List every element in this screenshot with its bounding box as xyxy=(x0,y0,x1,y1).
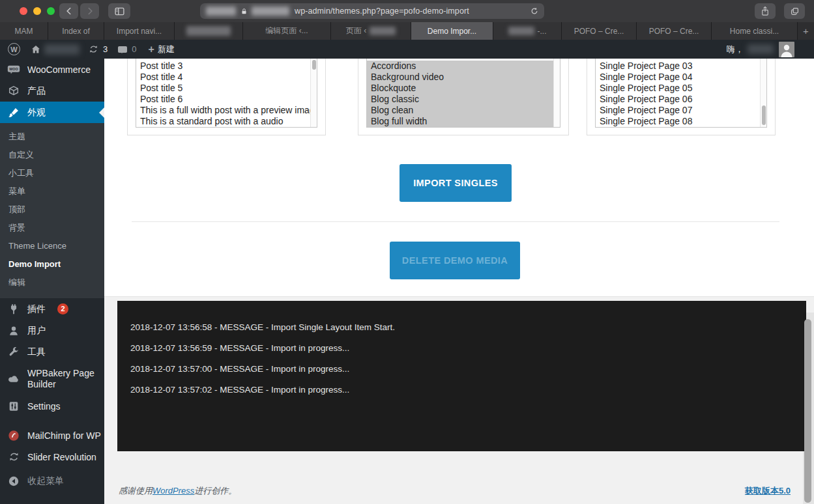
url-text: wp-admin/themes.php?page=pofo-demo-impor… xyxy=(295,7,469,16)
scrollbar-thumb[interactable] xyxy=(762,105,766,125)
sidebar-item-collapse-menu[interactable]: 收起菜单 xyxy=(0,470,104,492)
censored-text xyxy=(252,7,289,16)
tab-edit-page[interactable]: 编辑页面 ‹... xyxy=(243,22,331,40)
sidebar-subitem-editor[interactable]: 编辑 xyxy=(0,273,104,292)
tab-home-classic[interactable]: Home classi... xyxy=(712,22,798,40)
censored-text xyxy=(206,7,236,16)
censored-username xyxy=(748,44,774,54)
wordpress-link[interactable]: WordPress xyxy=(153,486,194,496)
list-option[interactable]: This is a full width post with a preview… xyxy=(136,105,310,116)
posts-listbox[interactable]: Post title 3Post title 4Post title 5Post… xyxy=(136,59,317,128)
tab-overview-button[interactable] xyxy=(784,3,805,19)
wordpress-logo-icon[interactable]: W xyxy=(8,43,20,55)
sidebar-item-products[interactable]: 产品 xyxy=(0,80,104,102)
forward-button[interactable] xyxy=(80,3,99,19)
list-option[interactable]: Single Project Page 03 xyxy=(596,61,760,72)
list-option[interactable]: Blockquote xyxy=(367,83,553,94)
scrollbar-thumb[interactable] xyxy=(312,60,316,70)
tab-import-navi[interactable]: Import navi... xyxy=(104,22,175,40)
log-line: 2018-12-07 13:57:02 - MESSAGE - Import i… xyxy=(130,385,793,395)
list-option[interactable]: Single Project Page 05 xyxy=(596,83,760,94)
list-option[interactable]: This is a standard post with a audio xyxy=(136,116,310,127)
close-window-button[interactable] xyxy=(20,7,27,15)
comment-icon xyxy=(118,46,127,53)
list-option[interactable]: Background video xyxy=(367,72,553,83)
list-option[interactable]: Single Project Page 08 xyxy=(596,116,760,127)
zoom-window-button[interactable] xyxy=(47,7,55,15)
footer-thanks-text: 感谢使用WordPress进行创作。 xyxy=(119,485,237,497)
import-singles-button[interactable]: IMPORT SINGLES xyxy=(400,164,512,202)
menu-separator xyxy=(0,417,104,425)
minimize-window-button[interactable] xyxy=(33,7,41,15)
listbox-scrollbar[interactable] xyxy=(760,59,766,127)
list-option[interactable]: Blog clean xyxy=(367,105,553,116)
listbox-scrollbar[interactable] xyxy=(553,59,560,127)
back-button[interactable] xyxy=(59,3,78,19)
sidebar-subitem-widgets[interactable]: 小工具 xyxy=(0,164,104,182)
singles-listbox-card: AccordionsBackground videoBlockquoteBlog… xyxy=(358,59,569,135)
tab-pages[interactable]: 页面 ‹ xyxy=(331,22,411,40)
main-content: Post title 3Post title 4Post title 5Post… xyxy=(104,59,814,504)
list-option[interactable]: Blog classic xyxy=(367,94,553,105)
svg-text:WOO: WOO xyxy=(9,67,18,71)
sidebar-toggle-icon[interactable] xyxy=(108,3,130,19)
list-option[interactable]: Post title 5 xyxy=(136,83,310,94)
projects-listbox-card: Single Project Page 03Single Project Pag… xyxy=(587,59,776,135)
sidebar-item-settings[interactable]: Settings xyxy=(0,395,104,417)
sidebar-item-wpbakery[interactable]: WPBakery Page Builder xyxy=(0,363,104,395)
list-option[interactable]: Post title 3 xyxy=(136,61,310,72)
list-option[interactable]: Post title 4 xyxy=(136,72,310,83)
projects-listbox[interactable]: Single Project Page 03Single Project Pag… xyxy=(595,59,767,128)
collapse-menu-icon xyxy=(7,475,20,487)
new-content-menu[interactable]: + 新建 xyxy=(148,44,174,55)
plugins-icon xyxy=(7,303,20,315)
thanks-prefix: 感谢使用 xyxy=(119,486,153,496)
sidebar-subitem-customize[interactable]: 自定义 xyxy=(0,146,104,164)
site-menu[interactable] xyxy=(31,44,80,55)
comments-menu[interactable]: 0 xyxy=(118,44,136,54)
tab-index-of[interactable]: Index of xyxy=(48,22,104,40)
sidebar-subitem-background[interactable]: 背景 xyxy=(0,219,104,237)
reload-icon[interactable] xyxy=(530,7,539,16)
sidebar-subitem-themes[interactable]: 主题 xyxy=(0,128,104,146)
list-option[interactable]: Single Project Page 07 xyxy=(596,105,760,116)
singles-listbox[interactable]: AccordionsBackground videoBlockquoteBlog… xyxy=(366,59,560,128)
sidebar-item-plugins[interactable]: 插件2 xyxy=(0,298,104,320)
list-option[interactable]: Post title 6 xyxy=(136,94,310,105)
share-button[interactable] xyxy=(755,3,776,19)
log-line: 2018-12-07 13:56:59 - MESSAGE - Import i… xyxy=(130,344,793,353)
avatar[interactable] xyxy=(779,42,794,57)
tab-censored-1[interactable] xyxy=(175,22,243,40)
listbox-scrollbar[interactable] xyxy=(310,59,317,127)
tab-demo-import[interactable]: Demo Impor... xyxy=(411,22,493,40)
get-version-link[interactable]: 获取版本5.0 xyxy=(745,485,791,497)
sidebar-item-woocommerce[interactable]: WOOWooCommerce xyxy=(0,59,104,80)
sidebar-item-appearance[interactable]: 外观 xyxy=(0,102,104,123)
tab-censored-2[interactable]: -... xyxy=(493,22,562,40)
new-tab-button[interactable]: + xyxy=(798,22,814,40)
list-option[interactable]: Single Project Page 06 xyxy=(596,94,760,105)
list-option[interactable]: Accordions xyxy=(367,61,553,72)
update-icon xyxy=(89,44,98,54)
list-option[interactable]: Blog full width xyxy=(367,116,553,127)
censored-text xyxy=(370,27,396,35)
section-divider xyxy=(132,221,779,222)
updates-menu[interactable]: 3 xyxy=(89,44,108,54)
tab-pofo-1[interactable]: POFO – Cre... xyxy=(562,22,637,40)
sidebar-subitem-demo-import[interactable]: Demo Import xyxy=(0,255,104,273)
delete-demo-media-button[interactable]: DELETE DEMO MEDIA xyxy=(390,242,520,279)
sidebar-item-users[interactable]: 用户 xyxy=(0,320,104,341)
sidebar-subitem-header[interactable]: 顶部 xyxy=(0,201,104,219)
sidebar-subitem-menus[interactable]: 菜单 xyxy=(0,182,104,201)
new-label: 新建 xyxy=(158,44,175,55)
list-option[interactable]: Single Project Page 04 xyxy=(596,72,760,83)
users-icon xyxy=(7,325,20,337)
sidebar-item-tools[interactable]: 工具 xyxy=(0,341,104,363)
sidebar-item-slider-revolution[interactable]: Slider Revolution xyxy=(0,446,104,468)
sidebar-subitem-theme-licence[interactable]: Theme Licence xyxy=(0,237,104,255)
page-scrollbar-thumb[interactable] xyxy=(804,319,811,503)
sidebar-item-mailchimp[interactable]: MailChimp for WP xyxy=(0,425,104,446)
tab-pofo-2[interactable]: POFO – Cre... xyxy=(637,22,712,40)
address-bar[interactable]: wp-admin/themes.php?page=pofo-demo-impor… xyxy=(200,3,544,19)
tab-mamp[interactable]: MAM xyxy=(0,22,48,40)
